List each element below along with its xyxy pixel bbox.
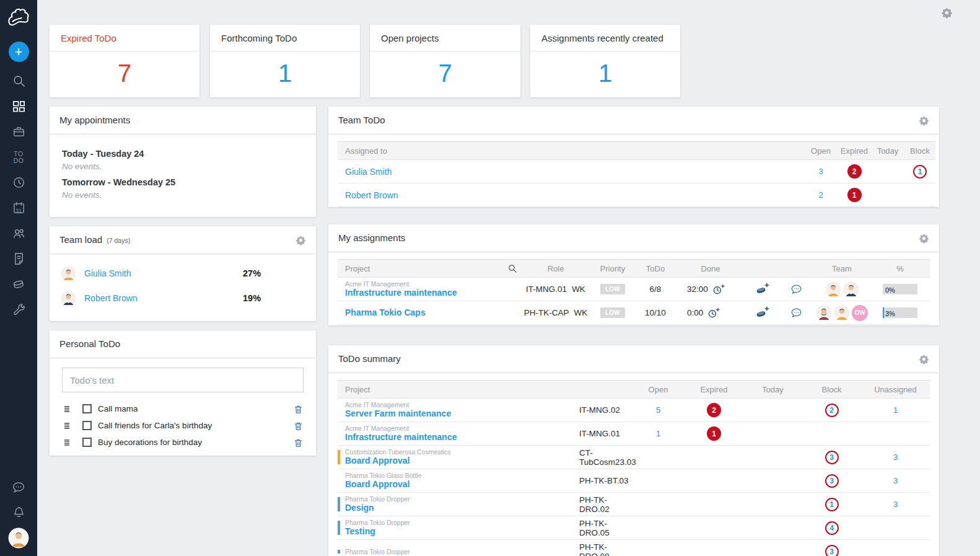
column-header-block: Block <box>904 146 935 156</box>
task-link[interactable]: Testing <box>345 526 579 537</box>
person-link[interactable]: Robert Brown <box>84 293 243 303</box>
sidebar-item-documents[interactable] <box>0 246 37 271</box>
stat-card-forthcoming-todo[interactable]: Forthcoming ToDo 1 <box>210 25 360 97</box>
discussion-icon[interactable] <box>790 283 803 296</box>
insert-worklog-icon[interactable] <box>755 306 769 319</box>
block-badge[interactable]: 3 <box>825 451 839 464</box>
drag-handle-icon[interactable] <box>62 420 72 431</box>
delete-todo-trash-icon[interactable] <box>293 436 304 448</box>
person-link[interactable]: Giulia Smith <box>84 268 243 278</box>
column-header-done: Done <box>676 264 745 273</box>
task-link[interactable]: Design <box>345 503 579 513</box>
discussion-icon[interactable] <box>790 306 803 319</box>
avatar-initials[interactable]: OW <box>852 305 868 321</box>
sidebar-item-tools[interactable] <box>0 297 37 322</box>
load-percent: 19% <box>243 293 305 303</box>
appointments-day-label: Tomorrow - Wednesday 25 <box>62 177 304 187</box>
panel-title: Team load <box>59 234 102 245</box>
sidebar-item-worklog[interactable] <box>0 170 37 195</box>
task-code: PH-TK-DRO.08 <box>579 542 632 556</box>
drag-handle-icon[interactable] <box>62 437 72 448</box>
sidebar-item-projects[interactable] <box>0 119 37 144</box>
unassigned-count[interactable]: 3 <box>893 452 898 462</box>
sidebar-item-search[interactable] <box>0 68 37 94</box>
task-link[interactable]: Board Approval <box>345 479 579 490</box>
project-code: IT-MNG.01 <box>526 285 567 294</box>
avatar[interactable] <box>843 281 859 298</box>
todo-checkbox[interactable] <box>82 404 92 413</box>
avatar[interactable] <box>816 305 832 321</box>
open-count[interactable]: 3 <box>818 167 823 176</box>
table-row: Acme IT Management Server Farm maintenan… <box>338 399 930 422</box>
add-worklog-clock-icon[interactable] <box>712 283 725 296</box>
stat-card-expired-todo[interactable]: Expired ToDo 7 <box>50 25 199 97</box>
block-badge[interactable]: 4 <box>825 521 839 535</box>
task-link[interactable]: Server Farm maintenance <box>345 408 579 419</box>
project-color-bar <box>338 550 340 554</box>
stat-card-title: Expired ToDo <box>50 25 199 52</box>
stat-card-open-projects[interactable]: Open projects 7 <box>370 25 520 97</box>
unassigned-count[interactable]: 1 <box>893 405 898 415</box>
calendar-day-label: 31 <box>0 208 37 214</box>
stat-card-assignments-recent[interactable]: Assignments recently created 1 <box>530 25 680 97</box>
add-button[interactable]: + <box>9 42 29 62</box>
project-parent-label: Pharma Tokio Dropper <box>345 548 579 555</box>
progress-bar[interactable]: 3% <box>883 307 917 318</box>
unassigned-count[interactable]: 3 <box>893 500 898 509</box>
drag-handle-icon[interactable] <box>62 404 72 415</box>
avatar[interactable] <box>825 281 841 298</box>
list-item: Giulia Smith 27% <box>61 261 305 286</box>
todo-checkbox[interactable] <box>82 421 92 430</box>
column-header-block: Block <box>802 385 861 394</box>
progress-bar[interactable]: 0% <box>883 284 917 294</box>
app-logo-hand-icon[interactable] <box>4 4 33 33</box>
progress-percent: 3% <box>883 310 895 317</box>
project-code: PH-TK-CAP <box>524 308 569 317</box>
block-badge[interactable]: 1 <box>825 498 839 511</box>
sidebar-item-team[interactable] <box>0 221 37 246</box>
assignment-link[interactable]: Infrastructure maintenance <box>345 288 521 298</box>
task-link[interactable]: Infrastructure maintenance <box>345 432 579 443</box>
expired-badge[interactable]: 1 <box>847 188 862 202</box>
panel-settings-gear-icon[interactable] <box>919 232 929 243</box>
panel-settings-gear-icon[interactable] <box>919 114 929 125</box>
add-worklog-clock-icon[interactable] <box>707 307 720 319</box>
page-settings-gear-icon[interactable] <box>941 7 953 19</box>
block-badge[interactable]: 3 <box>825 545 839 556</box>
project-parent-label: Acme IT Management <box>345 401 579 408</box>
expired-badge[interactable]: 1 <box>707 426 721 441</box>
sidebar-item-todo[interactable]: TODO <box>0 144 37 170</box>
todo-checkbox[interactable] <box>82 438 92 447</box>
user-avatar[interactable] <box>8 527 29 549</box>
assignment-link[interactable]: Pharma Tokio Caps <box>345 307 521 318</box>
expired-badge[interactable]: 2 <box>847 164 862 179</box>
panel-settings-gear-icon[interactable] <box>295 234 306 245</box>
open-count[interactable]: 2 <box>818 190 823 200</box>
block-badge[interactable]: 2 <box>825 404 839 417</box>
todo-text-input[interactable] <box>62 368 304 392</box>
sidebar-item-calendar[interactable]: 31 <box>0 195 37 221</box>
search-icon[interactable] <box>507 263 521 274</box>
delete-todo-trash-icon[interactable] <box>293 420 304 431</box>
expired-badge[interactable]: 2 <box>707 403 721 417</box>
sidebar-item-costs[interactable] <box>0 271 37 297</box>
open-count[interactable]: 1 <box>656 429 660 438</box>
task-link[interactable]: Board Approval <box>345 456 579 466</box>
sidebar-item-notifications[interactable] <box>0 500 37 525</box>
person-link[interactable]: Giulia Smith <box>345 167 392 177</box>
todo-label: Call friends for Carla's birthday <box>98 421 212 430</box>
panel-title: ToDo summary <box>338 353 401 364</box>
sidebar-item-chat[interactable] <box>0 474 37 500</box>
unassigned-count[interactable]: 3 <box>893 476 898 485</box>
panel-settings-gear-icon[interactable] <box>919 353 929 364</box>
delete-todo-trash-icon[interactable] <box>293 403 304 414</box>
avatar[interactable] <box>834 305 850 321</box>
insert-worklog-icon[interactable] <box>755 283 769 296</box>
block-badge[interactable]: 1 <box>913 165 927 179</box>
block-badge[interactable]: 3 <box>825 474 839 488</box>
sidebar-item-dashboard[interactable] <box>0 94 37 119</box>
open-count[interactable]: 5 <box>656 405 660 415</box>
task-code: PH-TK-DRO.02 <box>579 495 632 514</box>
person-link[interactable]: Robert Brown <box>345 190 398 200</box>
stat-card-value: 1 <box>530 52 680 95</box>
